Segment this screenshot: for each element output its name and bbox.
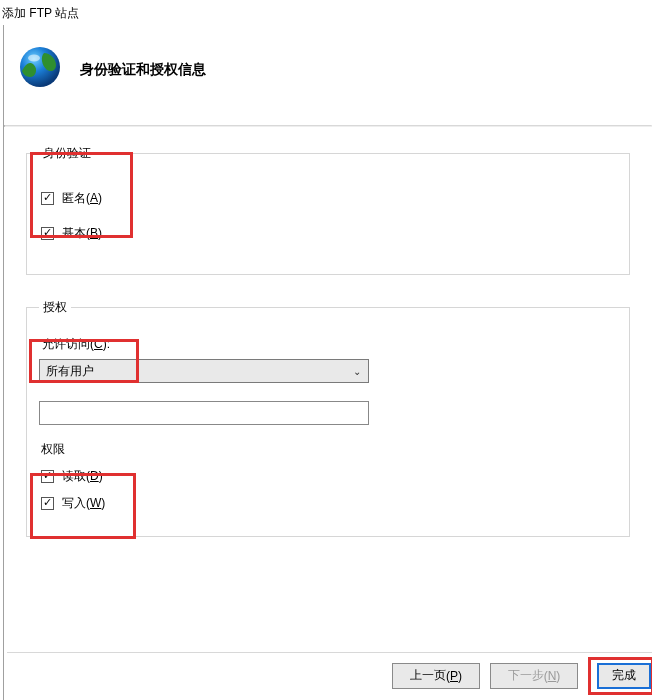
combo-selected: 所有用户: [40, 360, 346, 383]
checkbox-label: 匿名(A): [62, 190, 102, 207]
authz-fieldset: 授权 允许访问(C): 所有用户 ⌄ 权限 读取(D) 写入(W): [26, 299, 630, 537]
prev-button[interactable]: 上一页(P): [392, 663, 480, 689]
highlight-box: 完成: [588, 657, 652, 695]
auth-fieldset: 身份验证 匿名(A) 基本(B): [26, 145, 630, 275]
allow-access-label: 允许访问(C):: [42, 336, 617, 353]
checkbox-icon: [41, 470, 54, 483]
checkbox-icon: [41, 227, 54, 240]
checkbox-anonymous[interactable]: 匿名(A): [41, 190, 617, 207]
auth-legend: 身份验证: [39, 145, 95, 162]
page-title: 身份验证和授权信息: [80, 61, 206, 79]
checkbox-icon: [41, 192, 54, 205]
checkbox-label: 写入(W): [62, 495, 105, 512]
authz-textbox[interactable]: [39, 401, 369, 425]
permissions-label: 权限: [41, 441, 617, 458]
checkbox-read[interactable]: 读取(D): [41, 468, 617, 485]
authz-legend: 授权: [39, 299, 71, 316]
content-area: 身份验证 匿名(A) 基本(B) 授权 允许访问(C):: [4, 127, 652, 537]
window-title-bar: 添加 FTP 站点: [0, 0, 652, 24]
globe-icon: [16, 43, 64, 91]
finish-button[interactable]: 完成: [597, 663, 651, 689]
checkbox-write[interactable]: 写入(W): [41, 495, 617, 512]
svg-point-1: [28, 55, 40, 62]
window-title-text: 添加 FTP 站点: [2, 5, 79, 22]
chevron-down-icon: ⌄: [346, 360, 368, 382]
allow-access-combo[interactable]: 所有用户 ⌄: [39, 359, 369, 383]
dialog-header: 身份验证和授权信息: [4, 25, 652, 125]
checkbox-label: 基本(B): [62, 225, 102, 242]
dialog-body: 身份验证和授权信息 身份验证 匿名(A) 基本(B) 授权: [3, 25, 652, 700]
checkbox-basic[interactable]: 基本(B): [41, 225, 617, 242]
next-button: 下一步(N): [490, 663, 578, 689]
checkbox-label: 读取(D): [62, 468, 103, 485]
dialog-footer: 上一页(P) 下一步(N) 完成: [7, 652, 652, 700]
checkbox-icon: [41, 497, 54, 510]
